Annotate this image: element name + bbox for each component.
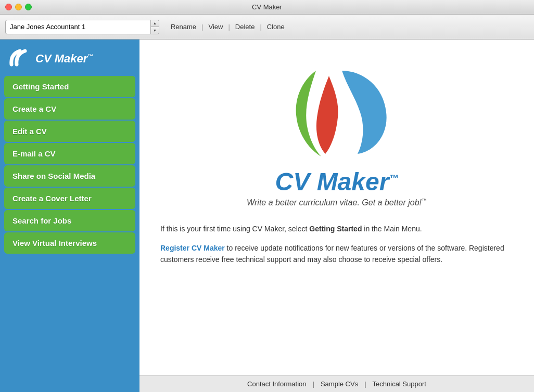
delete-button[interactable]: Delete (230, 21, 260, 33)
sidebar-item-getting-started[interactable]: Getting Started (4, 76, 135, 97)
maximize-button[interactable] (25, 4, 32, 10)
brand-name: CV Maker™ (275, 169, 399, 194)
technical-support-link[interactable]: Technical Support (366, 380, 433, 388)
sidebar-item-share-social[interactable]: Share on Social Media (4, 165, 135, 187)
content-text: If this is your first time using CV Make… (160, 223, 513, 272)
logo-text: CV Maker™ (35, 52, 93, 66)
intro-paragraph: If this is your first time using CV Make… (160, 223, 513, 234)
sidebar-logo: CV Maker™ (0, 44, 139, 76)
cv-stepper-up[interactable]: ▲ (151, 20, 159, 28)
logo-name: CV Maker (35, 52, 87, 65)
sidebar-item-edit-cv[interactable]: Edit a CV (4, 121, 135, 142)
sidebar-item-create-cv[interactable]: Create a CV (4, 98, 135, 120)
cv-stepper: ▲ ▼ (151, 20, 159, 34)
brand-tm: ™ (389, 173, 398, 184)
sidebar-nav: Getting Started Create a CV Edit a CV E-… (0, 76, 139, 254)
view-button[interactable]: View (203, 21, 228, 33)
intro-text-after: in the Main Menu. (362, 225, 422, 233)
logo-icon (7, 49, 30, 69)
content-area: CV Maker™ Write a better curriculum vita… (139, 40, 534, 392)
register-paragraph: Register CV Maker to receive update noti… (160, 242, 513, 266)
sidebar-item-virtual-interviews[interactable]: View Virtual Interviews (4, 232, 135, 254)
cv-stepper-down[interactable]: ▼ (151, 27, 159, 34)
toolbar: Jane Jones Accountant 1 ▲ ▼ Rename | Vie… (0, 15, 534, 40)
sidebar-item-search-jobs[interactable]: Search for Jobs (4, 210, 135, 231)
logo-tm: ™ (87, 53, 93, 59)
main-layout: CV Maker™ Getting Started Create a CV Ed… (0, 40, 534, 392)
sidebar-item-email-cv[interactable]: E-mail a CV (4, 143, 135, 164)
content-main: CV Maker™ Write a better curriculum vita… (139, 40, 534, 375)
window-controls (5, 4, 32, 10)
brand-name-text: CV Maker (275, 168, 389, 195)
content-footer: Contact Information | Sample CVs | Techn… (139, 375, 534, 392)
getting-started-highlight: Getting Started (309, 225, 362, 233)
rename-button[interactable]: Rename (166, 21, 201, 33)
cv-selector: Jane Jones Accountant 1 ▲ ▼ (5, 20, 159, 34)
cv-dropdown[interactable]: Jane Jones Accountant 1 (5, 20, 151, 34)
intro-text-before: If this is your first time using CV Make… (160, 225, 309, 233)
contact-info-link[interactable]: Contact Information (241, 380, 312, 388)
brand-logo-icon (279, 60, 394, 164)
window-title: CV Maker (252, 3, 282, 11)
clone-button[interactable]: Clone (262, 21, 290, 33)
title-bar: CV Maker (0, 0, 534, 15)
sidebar: CV Maker™ Getting Started Create a CV Ed… (0, 40, 139, 392)
minimize-button[interactable] (15, 4, 22, 10)
sample-cvs-link[interactable]: Sample CVs (314, 380, 364, 388)
brand-area: CV Maker™ Write a better curriculum vita… (247, 60, 427, 207)
brand-tagline: Write a better curriculum vitae. Get a b… (247, 198, 427, 207)
toolbar-actions: Rename | View | Delete | Clone (166, 21, 290, 33)
register-link[interactable]: Register CV Maker (160, 244, 225, 252)
close-button[interactable] (5, 4, 12, 10)
sidebar-item-cover-letter[interactable]: Create a Cover Letter (4, 188, 135, 209)
